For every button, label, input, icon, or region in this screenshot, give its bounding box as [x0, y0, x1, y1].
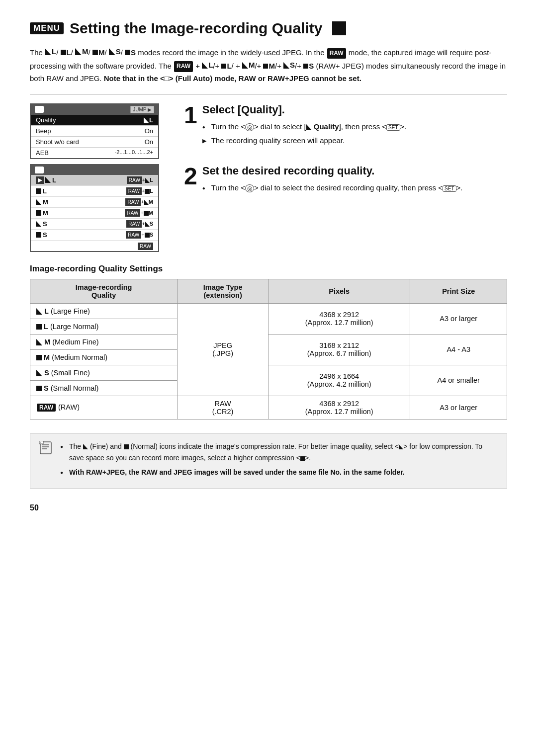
lcd-q-label-AL: ▶ L [36, 176, 56, 184]
fine-icon-AL: L [45, 46, 56, 58]
table-row-raw: RAW (RAW) RAW(.CR2) 4368 x 2912(Approx. … [30, 396, 507, 419]
lcd-aeb-value: -2...1...0...1...2+ [115, 149, 153, 157]
lcd-q-row-AM: M RAW+M [31, 197, 158, 208]
intro-paragraph: The L / L / M / M / S / S modes record t… [30, 46, 507, 85]
lcd-q-row-AL: ▶ L RAW+L [31, 175, 158, 186]
page-title: MENU Setting the Image-recording Quality [30, 20, 507, 37]
step-1-bullet-1: Turn the <◎> dial to select [ Quality], … [202, 121, 407, 133]
step-1-bullets: Turn the <◎> dial to select [ Quality], … [202, 121, 407, 147]
note-2: With RAW+JPEG, the RAW and JPEG images w… [60, 467, 498, 478]
table-header-row: Image-recordingQuality Image Type(extens… [30, 279, 507, 303]
normal-icon-AS: S [125, 47, 136, 59]
normal-icon-AM2: M [263, 60, 275, 73]
lcd-row-shoot: Shoot w/o card On [31, 137, 158, 148]
note-1: The (Fine) and (Normal) icons indicate t… [60, 441, 498, 464]
lcd-q-value-AS: RAW+S [126, 221, 153, 227]
td-large-fine: L (Large Fine) [30, 303, 178, 319]
page-number: 50 [30, 504, 507, 512]
notes-content: The (Fine) and (Normal) icons indicate t… [60, 441, 498, 481]
td-small-normal: S (Small Normal) [30, 380, 178, 396]
notes-icon: ≡ [39, 441, 53, 481]
step-1-title: Select [Quality]. [202, 103, 407, 116]
lcd-header-2 [31, 165, 158, 175]
raw-badge-2: RAW [174, 61, 193, 72]
normal-icon-AS2: S [303, 60, 314, 73]
lcd-quality-value: L [144, 116, 153, 124]
lcd-row-beep: Beep On [31, 126, 158, 137]
td-print-medium: A4 - A3 [410, 334, 507, 365]
menu-badge: MENU [30, 22, 64, 34]
td-raw-type: RAW(.CR2) [178, 396, 268, 419]
step-1: 1 Select [Quality]. Turn the <◎> dial to… [184, 103, 507, 150]
lcd-jump-badge: JUMP ▶ [130, 106, 154, 113]
normal-icon-AL: L [61, 47, 71, 59]
td-pixels-small: 2496 x 1664(Approx. 4.2 million) [268, 365, 410, 396]
step-1-bullet-2: The recording quality screen will appear… [202, 135, 407, 147]
td-print-large: A3 or larger [410, 303, 507, 334]
lcd-shoot-label: Shoot w/o card [36, 138, 79, 146]
section-divider [30, 94, 507, 94]
lcd-q-label-AS: S [36, 220, 47, 228]
normal-icon-AL2: L [221, 60, 231, 73]
td-raw-pixels: 4368 x 2912(Approx. 12.7 million) [268, 396, 410, 419]
fine-icon-AM: M [75, 46, 89, 58]
steps-text-column: 1 Select [Quality]. Turn the <◎> dial to… [184, 103, 507, 252]
table-row-medium-fine: M (Medium Fine) 3168 x 2112(Approx. 6.7 … [30, 334, 507, 349]
lcd-aeb-label: AEB [36, 149, 49, 157]
td-pixels-medium: 3168 x 2112(Approx. 6.7 million) [268, 334, 410, 365]
lcd-row-aeb: AEB -2...1...0...1...2+ [31, 148, 158, 158]
lcd-q-value-AM: RAW+M [125, 199, 153, 205]
th-print-size: Print Size [410, 279, 507, 303]
lcd-cam-icon-2 [35, 167, 44, 173]
lcd-q-row-nS: S RAW+S [31, 230, 158, 241]
lcd-row-quality: Quality L [31, 115, 158, 126]
title-heading: Setting the Image-recording Quality [70, 20, 322, 37]
settings-section-title: Image-recording Quality Settings [30, 264, 507, 274]
lcd-q-value-nS: RAW+S [126, 232, 153, 238]
lcd-q-value-nL: RAW+L [126, 188, 153, 194]
table-row-small-fine: S (Small Fine) 2496 x 1664(Approx. 4.2 m… [30, 365, 507, 380]
fine-icon-AS: S [109, 46, 121, 58]
lcd-q-label-nL: L [36, 187, 47, 195]
td-medium-fine: M (Medium Fine) [30, 334, 178, 349]
lcd-q-label-nS: S [36, 231, 47, 239]
step-1-number: 1 [184, 103, 197, 127]
th-quality: Image-recordingQuality [30, 279, 178, 303]
td-pixels-large: 4368 x 2912(Approx. 12.7 million) [268, 303, 410, 334]
normal-icon-AM: M [92, 47, 105, 59]
td-medium-normal: M (Medium Normal) [30, 349, 178, 365]
step-2-bullet-1: Turn the <◎> dial to select the desired … [202, 182, 463, 194]
step-2-title: Set the desired recording quality. [202, 165, 463, 177]
settings-section: Image-recording Quality Settings Image-r… [30, 264, 507, 420]
notes-section: ≡ The (Fine) and (Normal) icons indicate… [30, 433, 507, 489]
lcd-q-value-AL: RAW+L [127, 177, 153, 183]
lcd-beep-value: On [145, 127, 153, 135]
svg-text:≡: ≡ [40, 441, 41, 444]
lcd-header-1: JUMP ▶ [31, 104, 158, 115]
lcd-screen-2: ▶ L RAW+L L RAW+L M RA [30, 164, 159, 252]
lcd-q-row-nM: M RAW+M [31, 208, 158, 219]
lcd-q-row-AS: S RAW+S [31, 219, 158, 230]
quality-table: Image-recordingQuality Image Type(extens… [30, 279, 507, 420]
lcd-q-value-nM: RAW+M [125, 210, 153, 216]
td-raw: RAW (RAW) [30, 396, 178, 419]
td-print-small: A4 or smaller [410, 365, 507, 396]
th-image-type: Image Type(extension) [178, 279, 268, 303]
step-2-bullets: Turn the <◎> dial to select the desired … [202, 182, 463, 194]
lcd-q-value-raw: RAW [138, 242, 153, 250]
td-jpeg: JPEG(.JPG) [178, 303, 268, 396]
td-small-fine: S (Small Fine) [30, 365, 178, 380]
raw-badge-1: RAW [327, 48, 346, 59]
lcd-shoot-value: On [145, 138, 153, 146]
fine-icon-AL2: L [202, 59, 213, 72]
th-pixels: Pixels [268, 279, 410, 303]
table-row-large-fine: L (Large Fine) JPEG(.JPG) 4368 x 2912(Ap… [30, 303, 507, 319]
lcd-cam-icon-1 [35, 106, 44, 113]
lcd-quality-label: Quality [36, 116, 56, 124]
lcd-q-row-nL: L RAW+L [31, 186, 158, 197]
fine-icon-AM2: M [242, 59, 255, 72]
title-block-icon [332, 21, 346, 35]
lcd-screen-1: JUMP ▶ Quality L Beep On Shoot w/o card … [30, 103, 159, 159]
step-2-number: 2 [184, 165, 197, 188]
lcd-beep-label: Beep [36, 127, 51, 135]
